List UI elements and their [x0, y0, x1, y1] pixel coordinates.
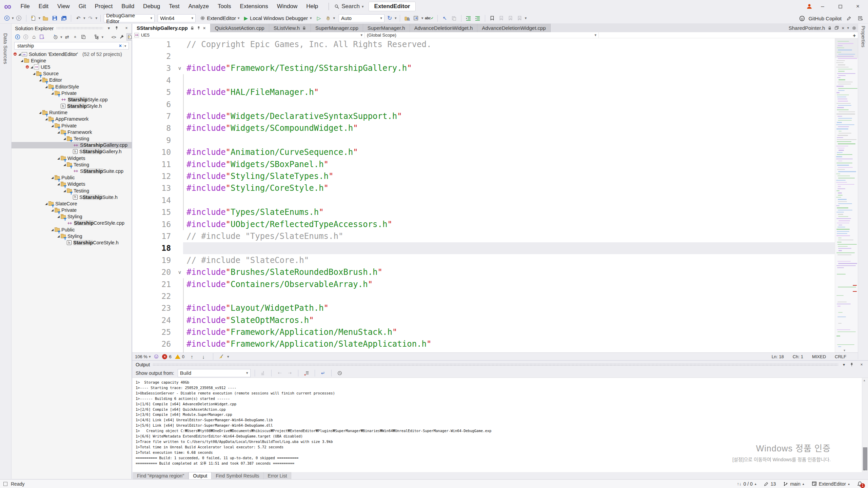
- undo-icon[interactable]: ↶: [74, 14, 82, 23]
- tree-item[interactable]: ◢EditorStyle: [12, 83, 132, 90]
- tab-SuperManager.cpp[interactable]: SuperManager.cpp: [311, 24, 363, 32]
- refresh-icon[interactable]: ↻: [386, 14, 394, 23]
- code-line[interactable]: 10#include "Animation/CurveSequence.h": [132, 146, 835, 158]
- solution-search-box[interactable]: × ▾: [14, 42, 129, 49]
- expand-arrow-icon[interactable]: ◢: [44, 85, 48, 88]
- tree-item[interactable]: ◢++UE5: [12, 64, 132, 70]
- tree-item[interactable]: ++SStarshipGallery.cpp: [12, 142, 132, 148]
- sync-selection-icon[interactable]: ⇄: [64, 33, 71, 41]
- search-options-icon[interactable]: ▾: [123, 44, 127, 48]
- code-line[interactable]: 1// Copyright Epic Games, Inc. All Right…: [132, 38, 835, 50]
- tree-item[interactable]: ◢AppFramework: [12, 116, 132, 122]
- menu-test[interactable]: Test: [164, 0, 184, 13]
- code-line[interactable]: 16#include "UObject/ReflectedTypeAccesso…: [132, 218, 835, 230]
- pin-icon[interactable]: [197, 26, 201, 30]
- menu-tools[interactable]: Tools: [213, 0, 236, 13]
- code-line[interactable]: 4: [132, 74, 835, 86]
- save-icon[interactable]: [51, 14, 59, 23]
- code-line[interactable]: 7#include "Widgets/DeclarativeSyntaxSupp…: [132, 110, 835, 122]
- tab-SuperManager.h[interactable]: SuperManager.h: [363, 24, 410, 32]
- expand-arrow-icon[interactable]: ◢: [29, 65, 34, 69]
- tree-item[interactable]: ◢Private: [12, 207, 132, 214]
- tree-item[interactable]: ++SStarshipSuite.cpp: [12, 168, 132, 174]
- tab-QuickAssetAction.cpp[interactable]: QuickAssetAction.cpp: [211, 24, 269, 32]
- menu-build[interactable]: Build: [117, 0, 139, 13]
- tree-item[interactable]: ◢Widgets: [12, 155, 132, 161]
- github-copilot-icon[interactable]: [799, 16, 805, 21]
- code-line[interactable]: 12#include "Styling/SlateTypes.h": [132, 170, 835, 182]
- git-sync-status[interactable]: ↑↓ 0 / 0▴: [737, 481, 756, 487]
- minimap-scrollbar[interactable]: [835, 38, 858, 352]
- document-list-icon[interactable]: ▾: [847, 26, 849, 30]
- git-branch-status[interactable]: main▴: [783, 481, 804, 487]
- maximize-button[interactable]: [833, 1, 848, 12]
- background-tasks-icon[interactable]: [3, 482, 7, 486]
- expand-arrow-icon[interactable]: ◢: [62, 163, 67, 166]
- redo-dropdown-icon[interactable]: ▾: [96, 16, 98, 20]
- back-dropdown-icon[interactable]: ▾: [12, 16, 14, 20]
- tree-item[interactable]: ◢∞Solution 'ExtendEditor'(52 of 52 proje…: [12, 51, 132, 57]
- panel-drag-grip[interactable]: [153, 363, 838, 366]
- properties-tab[interactable]: Properties: [861, 26, 866, 47]
- menu-project[interactable]: Project: [90, 0, 117, 13]
- solution-platform-combo[interactable]: Win64▾: [158, 14, 196, 22]
- tree-item[interactable]: ++StarshipStyle.cpp: [12, 96, 132, 103]
- feedback-icon[interactable]: [154, 354, 159, 359]
- fold-chevron-icon[interactable]: v: [176, 62, 183, 74]
- expand-arrow-icon[interactable]: ◢: [50, 228, 55, 231]
- increase-indent-icon[interactable]: [474, 14, 482, 23]
- view-code-icon[interactable]: <>: [110, 33, 117, 41]
- expand-arrow-icon[interactable]: ◢: [20, 59, 24, 62]
- code-line[interactable]: 17// #include "Types/SlateEnums.h": [132, 230, 835, 242]
- copilot-account-icon[interactable]: [856, 14, 865, 23]
- expand-arrow-icon[interactable]: ◢: [44, 117, 48, 121]
- window-position-icon[interactable]: ▾: [106, 26, 112, 30]
- scroll-down-icon[interactable]: ▾: [864, 468, 865, 471]
- bottom-tab-find---pragma-region-[interactable]: Find "#pragma region": [133, 472, 189, 479]
- expand-arrow-icon[interactable]: ◢: [50, 124, 55, 127]
- decrease-indent-icon[interactable]: [465, 14, 473, 23]
- code-line[interactable]: 6: [132, 98, 835, 110]
- tree-item[interactable]: ◢Public: [12, 175, 132, 181]
- prev-issue-icon[interactable]: ↑: [188, 352, 196, 361]
- git-repo-status[interactable]: ExtendEditor▴: [812, 481, 850, 487]
- timestamp-clock-icon[interactable]: [336, 369, 344, 378]
- cleanup-dropdown-icon[interactable]: ▾: [227, 354, 229, 359]
- code-line[interactable]: 24#include "SlateOptMacros.h": [132, 314, 835, 326]
- hand-dropdown-icon[interactable]: ▾: [333, 16, 335, 20]
- switch-views-icon[interactable]: [39, 33, 45, 41]
- code-line[interactable]: 13#include "Styling/CoreStyle.h": [132, 182, 835, 194]
- expand-arrow-icon[interactable]: ◢: [62, 189, 67, 192]
- new-file-icon[interactable]: [29, 14, 38, 23]
- code-line[interactable]: 3v#include "Framework/Testing/SStarshipG…: [132, 62, 835, 74]
- scrollbar-thumb[interactable]: [863, 447, 867, 470]
- save-all-icon[interactable]: [60, 14, 68, 23]
- expand-arrow-icon[interactable]: ◢: [44, 202, 48, 205]
- code-line[interactable]: 27#include "Framework/Docking/TabManager…: [132, 350, 835, 352]
- hot-reload-hand-icon[interactable]: [324, 14, 332, 23]
- open-folder-icon[interactable]: [41, 14, 50, 23]
- tree-item[interactable]: ◢Testing: [12, 161, 132, 168]
- code-line[interactable]: 20v#include "Brushes/SlateRoundedBoxBrus…: [132, 266, 835, 278]
- minimize-button[interactable]: –: [815, 1, 830, 12]
- window-position-icon[interactable]: ▾: [841, 362, 847, 367]
- expand-arrow-icon[interactable]: ◢: [38, 111, 42, 114]
- code-line[interactable]: 21#include "Containers/ObservableArray.h…: [132, 278, 835, 290]
- pin-icon[interactable]: [115, 26, 121, 30]
- bottom-tab-output[interactable]: Output: [189, 472, 212, 479]
- expand-arrow-icon[interactable]: ◢: [62, 137, 67, 140]
- tree-item[interactable]: hSStarshipSuite.h: [12, 194, 132, 200]
- expand-arrow-icon[interactable]: ◢: [50, 92, 55, 95]
- scroll-up-icon[interactable]: ▴: [864, 379, 865, 382]
- navigate-forward-icon[interactable]: [15, 14, 23, 23]
- next-issue-icon[interactable]: ↓: [199, 352, 208, 361]
- warning-count[interactable]: 0: [175, 354, 184, 359]
- tree-item[interactable]: ++StarshipCoreStyle.cpp: [12, 220, 132, 226]
- tree-item[interactable]: ◢Testing: [12, 187, 132, 194]
- bookmark-dropdown-icon[interactable]: ▾: [525, 16, 527, 20]
- copilot-edit-icon[interactable]: [845, 14, 853, 23]
- eol-indicator[interactable]: CRLF: [835, 354, 846, 359]
- refresh-dropdown-icon[interactable]: ▾: [395, 16, 397, 20]
- output-source-combo[interactable]: Build▾: [178, 369, 251, 377]
- expand-arrow-icon[interactable]: ◢: [50, 176, 55, 179]
